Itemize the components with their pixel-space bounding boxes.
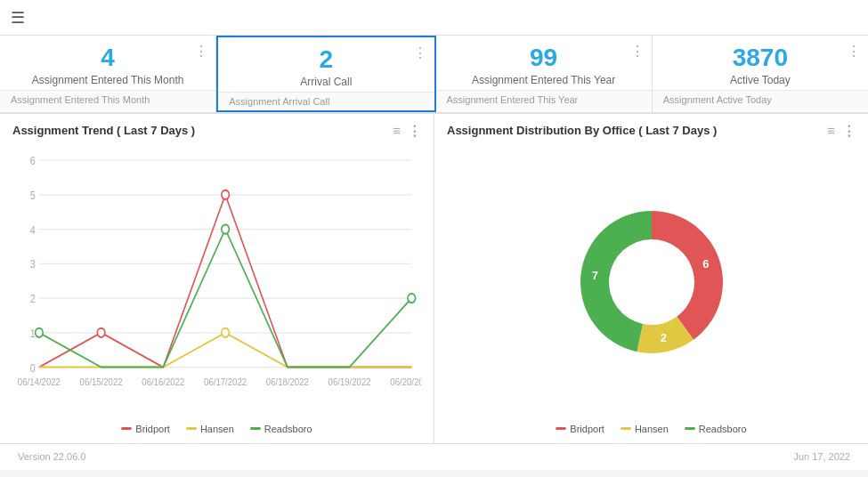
- donut-chart-title: Assignment Distribution By Office ( Last…: [447, 123, 856, 139]
- donut-legend-item-readsboro: Readsboro: [685, 424, 747, 434]
- card-number-card-month: 4: [11, 44, 205, 72]
- svg-text:1: 1: [30, 327, 36, 340]
- svg-text:06/16/2022: 06/16/2022: [142, 376, 184, 387]
- trend-chart-legend: BridportHansenReadsboro: [12, 424, 421, 434]
- svg-text:2: 2: [30, 292, 36, 305]
- donut-chart-legend: BridportHansenReadsboro: [447, 424, 856, 434]
- svg-point-22: [222, 190, 230, 198]
- main-content: Assignment Trend ( Last 7 Days ) ≡ ⋮ 012…: [0, 113, 868, 443]
- donut-chart-title-text: Assignment Distribution By Office ( Last…: [447, 124, 827, 137]
- svg-text:06/20/2022: 06/20/2022: [390, 376, 421, 387]
- footer: Version 22.06.0 Jun 17, 2022: [0, 443, 868, 470]
- card-menu-card-month[interactable]: ⋮: [194, 43, 208, 60]
- top-bar: ☰: [0, 0, 868, 36]
- trend-chart-icons: ≡ ⋮: [393, 123, 421, 139]
- card-subtitle-card-year: Assignment Entered This Year: [436, 90, 652, 109]
- svg-text:4: 4: [30, 223, 36, 237]
- card-menu-card-arrival[interactable]: ⋮: [413, 44, 427, 61]
- donut-legend-item-hansen: Hansen: [621, 424, 669, 434]
- svg-text:06/19/2022: 06/19/2022: [329, 376, 371, 387]
- svg-point-23: [222, 327, 230, 336]
- date-text: Jun 17, 2022: [793, 451, 850, 462]
- line-chart-svg: 012345606/14/202206/15/202206/16/202206/…: [12, 144, 421, 420]
- card-top-card-active: 3870 Active Today ⋮: [653, 36, 868, 90]
- cards-row: 4 Assignment Entered This Month ⋮ Assign…: [0, 36, 868, 113]
- legend-item-hansen: Hansen: [186, 424, 234, 434]
- svg-text:0: 0: [30, 361, 36, 375]
- card-top-card-arrival: 2 Arrival Call ⋮: [218, 37, 434, 92]
- card-menu-card-year[interactable]: ⋮: [630, 43, 645, 60]
- card-menu-card-active[interactable]: ⋮: [847, 43, 861, 60]
- filter-icon-donut[interactable]: ≡: [827, 123, 835, 138]
- trend-chart-panel: Assignment Trend ( Last 7 Days ) ≡ ⋮ 012…: [0, 114, 434, 443]
- svg-text:06/14/2022: 06/14/2022: [18, 376, 61, 387]
- svg-point-25: [222, 224, 230, 233]
- svg-text:06/18/2022: 06/18/2022: [266, 376, 309, 387]
- card-subtitle-card-month: Assignment Entered This Month: [0, 90, 215, 109]
- card-label-card-year: Assignment Entered This Year: [447, 74, 641, 86]
- card-label-card-month: Assignment Entered This Month: [11, 74, 205, 86]
- svg-text:6: 6: [30, 154, 36, 167]
- version-text: Version 22.06.0: [18, 451, 85, 462]
- trend-chart-title: Assignment Trend ( Last 7 Days ) ≡ ⋮: [12, 123, 421, 139]
- legend-item-bridport: Bridport: [121, 424, 170, 434]
- svg-text:3: 3: [30, 257, 36, 271]
- svg-point-24: [36, 327, 44, 336]
- card-top-card-year: 99 Assignment Entered This Year ⋮: [436, 36, 652, 90]
- svg-text:06/15/2022: 06/15/2022: [80, 376, 123, 387]
- filter-icon[interactable]: ≡: [393, 123, 401, 138]
- more-icon-donut[interactable]: ⋮: [842, 123, 856, 139]
- svg-point-26: [408, 294, 416, 303]
- card-active[interactable]: 3870 Active Today ⋮ Assignment Active To…: [653, 36, 868, 112]
- donut-container: 627: [447, 144, 856, 420]
- svg-text:5: 5: [30, 189, 36, 202]
- trend-chart-title-text: Assignment Trend ( Last 7 Days ): [12, 124, 393, 137]
- svg-text:7: 7: [591, 269, 597, 282]
- card-arrival[interactable]: 2 Arrival Call ⋮ Assignment Arrival Call: [216, 36, 435, 112]
- legend-item-readsboro: Readsboro: [250, 424, 312, 434]
- card-label-card-arrival: Arrival Call: [229, 76, 423, 88]
- donut-chart-panel: Assignment Distribution By Office ( Last…: [434, 114, 868, 443]
- svg-text:06/17/2022: 06/17/2022: [204, 376, 247, 387]
- menu-icon[interactable]: ☰: [11, 8, 25, 28]
- donut-legend-item-bridport: Bridport: [556, 424, 604, 434]
- card-subtitle-card-active: Assignment Active Today: [653, 90, 868, 109]
- card-label-card-active: Active Today: [663, 74, 857, 86]
- more-icon[interactable]: ⋮: [408, 123, 421, 139]
- card-month[interactable]: 4 Assignment Entered This Month ⋮ Assign…: [0, 36, 216, 112]
- card-number-card-year: 99: [447, 44, 641, 72]
- donut-chart-icons: ≡ ⋮: [827, 123, 856, 139]
- card-top-card-month: 4 Assignment Entered This Month ⋮: [0, 36, 215, 90]
- svg-text:6: 6: [702, 257, 709, 271]
- card-number-card-active: 3870: [663, 44, 857, 72]
- svg-text:2: 2: [660, 330, 666, 344]
- card-number-card-arrival: 2: [229, 46, 423, 74]
- card-year[interactable]: 99 Assignment Entered This Year ⋮ Assign…: [436, 36, 653, 112]
- donut-chart-svg: 627: [563, 193, 741, 371]
- card-subtitle-card-arrival: Assignment Arrival Call: [218, 92, 434, 110]
- svg-point-21: [97, 327, 105, 336]
